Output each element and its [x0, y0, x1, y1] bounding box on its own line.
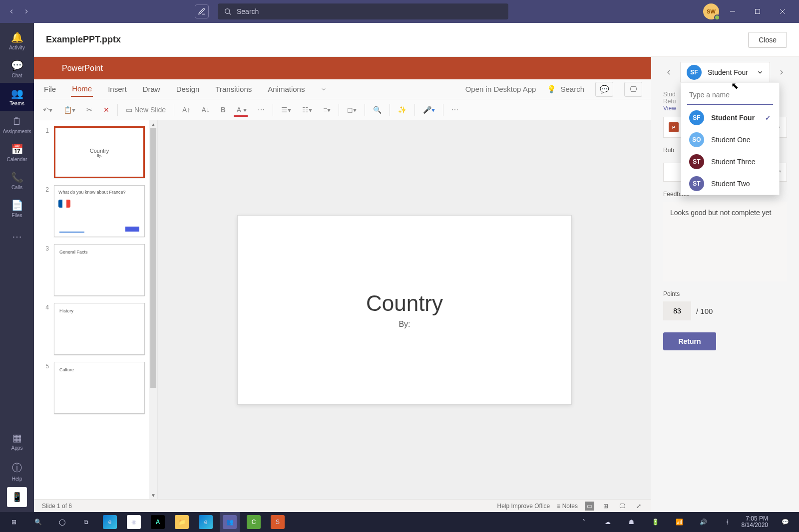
thumbnail-2[interactable]: 2 What do you know about France? [42, 185, 153, 237]
user-avatar[interactable]: SW [703, 3, 719, 19]
task-view-button[interactable]: ⧉ [76, 512, 96, 532]
reading-view-button[interactable]: 🖵 [617, 502, 627, 511]
fit-button[interactable]: ⤢ [634, 502, 643, 511]
tray-volume[interactable]: 🔊 [694, 512, 714, 532]
maximize-button[interactable] [746, 0, 769, 23]
rail-apps[interactable]: ▦Apps [0, 427, 34, 455]
tray-battery[interactable]: 🔋 [646, 512, 666, 532]
rail-more[interactable]: ⋯ [0, 223, 34, 251]
global-search[interactable]: Search [218, 3, 508, 19]
tray-wifi[interactable]: 📶 [670, 512, 690, 532]
tab-draw[interactable]: Draw [142, 82, 161, 96]
tab-transitions[interactable]: Transitions [214, 82, 253, 96]
tab-animations[interactable]: Animations [267, 82, 306, 96]
home-toolbar: ↶▾ 📋▾ ✂ ✕ ▭ New Slide A↑ A↓ B A▾ ⋯ ☰▾ ☷▾… [34, 99, 651, 120]
points-input[interactable] [663, 301, 691, 320]
student-search[interactable] [687, 86, 773, 105]
tray-onedrive[interactable]: ☁ [598, 512, 618, 532]
student-option-one[interactable]: SO Student One [681, 129, 779, 151]
font-color[interactable]: A▾ [234, 104, 250, 116]
taskbar-explorer[interactable]: 📁 [172, 512, 192, 532]
font-increase[interactable]: A↑ [179, 104, 193, 116]
comments-button[interactable]: 💬 [595, 82, 613, 97]
action-center[interactable]: 💬 [775, 512, 795, 532]
taskbar-camtasia[interactable]: C [244, 512, 264, 532]
tab-design[interactable]: Design [175, 82, 201, 96]
thumbnail-1[interactable]: 1 CountryBy: [42, 126, 153, 178]
rail-teams[interactable]: 👥Teams [0, 83, 34, 111]
bold-button[interactable]: B [218, 104, 229, 116]
align-button[interactable]: ≡▾ [320, 104, 334, 116]
dictate-button[interactable]: 🎤▾ [420, 104, 438, 116]
delete-button[interactable]: ✕ [100, 104, 112, 116]
tab-home[interactable]: Home [71, 81, 93, 97]
start-button[interactable]: ⊞ [4, 512, 24, 532]
student-option-three[interactable]: ST Student Three [681, 151, 779, 173]
student-search-input[interactable] [689, 91, 777, 99]
thumbnail-4[interactable]: 4 History [42, 303, 153, 355]
rail-calls[interactable]: 📞Calls [0, 167, 34, 195]
undo-button[interactable]: ↶▾ [40, 104, 55, 116]
tab-file[interactable]: File [43, 82, 57, 96]
slide-canvas[interactable]: Country By: [158, 120, 651, 499]
new-slide-button[interactable]: ▭ New Slide [123, 104, 169, 116]
rail-chat[interactable]: 💬Chat [0, 55, 34, 83]
rail-calendar[interactable]: 📅Calendar [0, 139, 34, 167]
cortana-button[interactable]: ◯ [52, 512, 72, 532]
student-selector[interactable]: SF Student Four SF Student Four [680, 62, 770, 83]
sorter-view-button[interactable]: ⊞ [601, 502, 610, 511]
toolbar-more[interactable]: ⋯ [448, 104, 461, 116]
taskbar-app-a[interactable]: A [148, 512, 168, 532]
thumbnail-3[interactable]: 3 General Facts [42, 244, 153, 296]
taskbar-chrome[interactable]: ◉ [124, 512, 144, 532]
tab-insert[interactable]: Insert [107, 82, 128, 96]
scroll-down-icon[interactable]: ▼ [149, 491, 157, 499]
taskbar-teams[interactable]: 👥 [220, 512, 240, 532]
student-option-two[interactable]: ST Student Two [681, 173, 779, 195]
bullets-button[interactable]: ☰▾ [278, 104, 294, 116]
tell-me[interactable]: 💡Search [547, 85, 584, 94]
rail-assignments[interactable]: 🗒Assignments [0, 111, 34, 139]
taskbar-edge-2[interactable]: e [196, 512, 216, 532]
thumbnail-5[interactable]: 5 Culture [42, 362, 153, 414]
rail-help[interactable]: ⓘHelp [0, 457, 34, 485]
next-student-button[interactable] [776, 67, 787, 78]
cut-button[interactable]: ✂ [83, 104, 95, 116]
find-button[interactable]: 🔍 [370, 104, 385, 116]
taskbar-clock[interactable]: 7:05 PM 8/14/2020 [742, 516, 771, 529]
student-option-four[interactable]: SF Student Four ✓ [681, 107, 779, 129]
designer-button[interactable]: ✨ [395, 104, 409, 116]
taskbar-snagit[interactable]: S [268, 512, 288, 532]
minimize-button[interactable] [721, 0, 744, 23]
forward-button[interactable] [20, 5, 33, 18]
paste-button[interactable]: 📋▾ [60, 104, 78, 116]
help-improve-link[interactable]: Help Improve Office [497, 503, 550, 510]
thumbnail-scrollbar[interactable]: ▲ ▼ [149, 120, 157, 499]
rail-activity[interactable]: 🔔Activity [0, 27, 34, 55]
tray-windows-security[interactable]: ☗ [622, 512, 642, 532]
tab-overflow[interactable] [320, 83, 328, 95]
tray-bluetooth[interactable]: ᚼ [718, 512, 738, 532]
numbering-button[interactable]: ☷▾ [299, 104, 315, 116]
present-button[interactable]: 🖵 [624, 82, 642, 97]
rail-files[interactable]: 📄Files [0, 195, 34, 223]
close-window-button[interactable] [771, 0, 794, 23]
new-message-button[interactable] [195, 4, 209, 18]
app-rail: 🔔Activity 💬Chat 👥Teams 🗒Assignments 📅Cal… [0, 23, 34, 512]
rail-popout-button[interactable]: 📱 [7, 487, 27, 507]
back-button[interactable] [5, 5, 18, 18]
font-decrease[interactable]: A↓ [198, 104, 212, 116]
close-button[interactable]: Close [748, 32, 787, 48]
more-font[interactable]: ⋯ [255, 104, 268, 116]
taskbar-edge[interactable]: e [100, 512, 120, 532]
normal-view-button[interactable]: ▭ [585, 502, 594, 511]
scroll-up-icon[interactable]: ▲ [149, 120, 157, 128]
prev-student-button[interactable] [663, 67, 674, 78]
return-button[interactable]: Return [663, 332, 716, 350]
shapes-button[interactable]: ◻▾ [344, 104, 360, 116]
taskbar-search[interactable]: 🔍 [28, 512, 48, 532]
feedback-textarea[interactable]: Looks good but not complete yet [663, 202, 787, 281]
open-in-desktop[interactable]: Open in Desktop App [465, 85, 536, 93]
tray-overflow[interactable]: ˄ [574, 512, 594, 532]
notes-toggle[interactable]: ≡ Notes [557, 503, 578, 510]
